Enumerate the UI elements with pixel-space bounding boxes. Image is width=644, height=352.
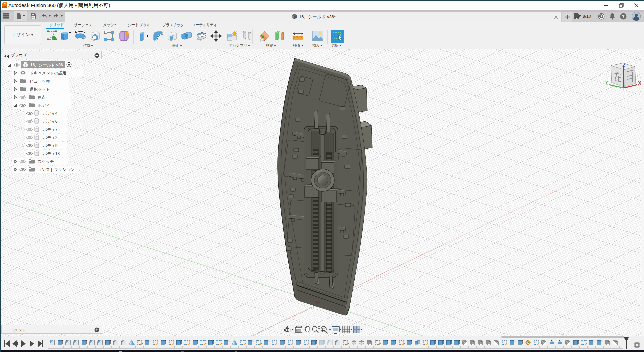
svg-text:?: ? [622,14,625,19]
svg-text:Z: Z [622,62,625,68]
svg-text:Y: Y [605,79,608,85]
svg-text:F: F [4,3,6,7]
